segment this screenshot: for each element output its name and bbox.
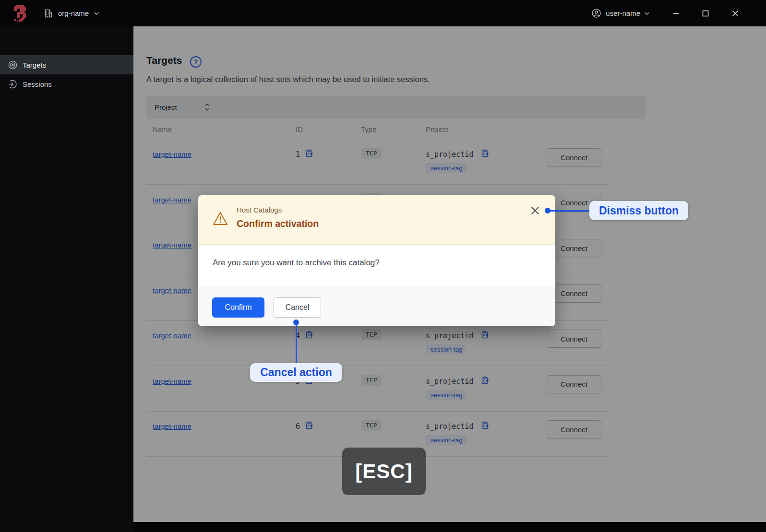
esc-key-badge: [ESC]: [342, 448, 426, 495]
chevron-down-icon[interactable]: [94, 12, 99, 15]
dialog-footer: Confirm Cancel: [198, 286, 555, 326]
maximize-button[interactable]: [702, 10, 709, 17]
sidebar-item-sessions[interactable]: Sessions: [0, 74, 133, 94]
user-name-dropdown[interactable]: user-name: [606, 9, 640, 17]
sidebar: Targets Sessions: [0, 26, 133, 532]
dialog-header: Host Catalogs Confirm activation: [198, 195, 555, 245]
close-window-icon[interactable]: [731, 10, 739, 17]
session-entry-icon: [8, 80, 17, 89]
dismiss-annotation-line: [550, 210, 589, 212]
warning-icon: [212, 211, 228, 226]
topbar: org-name user-name: [0, 0, 766, 26]
dialog-title: Confirm activation: [237, 218, 319, 229]
sidebar-item-label: Targets: [23, 61, 46, 69]
cancel-button[interactable]: Cancel: [274, 297, 321, 318]
target-icon: [8, 60, 17, 70]
dialog-eyebrow: Host Catalogs: [237, 206, 282, 214]
confirm-button[interactable]: Confirm: [212, 297, 264, 318]
dismiss-annotation-label: Dismiss button: [589, 201, 688, 220]
minimize-button[interactable]: [672, 10, 680, 17]
dismiss-button[interactable]: [530, 206, 541, 216]
user-icon: [591, 8, 601, 18]
chevron-down-icon[interactable]: [644, 12, 650, 15]
org-icon: [44, 9, 53, 18]
dialog-message: Are you sure you want to archive this ca…: [213, 258, 380, 268]
sidebar-item-targets[interactable]: Targets: [0, 55, 133, 74]
confirm-dialog: Host Catalogs Confirm activation Are you…: [198, 195, 555, 326]
cancel-annotation-line: [296, 324, 297, 363]
org-name-dropdown[interactable]: org-name: [58, 9, 89, 17]
cancel-annotation-label: Cancel action: [250, 363, 342, 382]
boundary-logo: [13, 4, 28, 22]
sidebar-item-label: Sessions: [23, 80, 52, 88]
